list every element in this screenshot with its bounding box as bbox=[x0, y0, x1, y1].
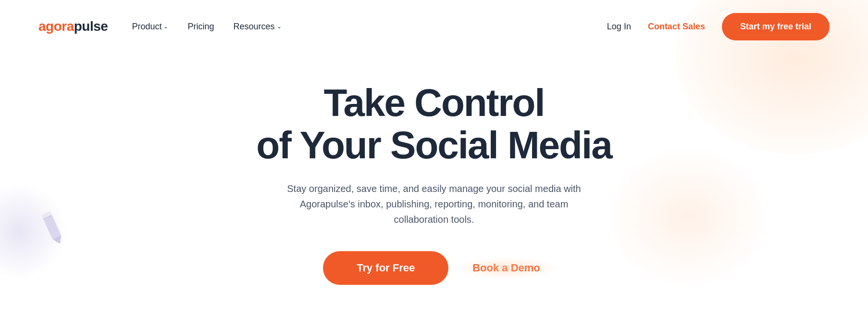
nav-links: Product ⌄ Pricing Resources ⌄ bbox=[132, 22, 281, 32]
nav-item-resources[interactable]: Resources ⌄ bbox=[233, 22, 281, 32]
logo[interactable]: agora pulse bbox=[38, 19, 108, 34]
nav-left: agora pulse Product ⌄ Pricing Resources … bbox=[38, 19, 282, 34]
nav-link-resources[interactable]: Resources ⌄ bbox=[233, 22, 281, 32]
nav-item-product[interactable]: Product ⌄ bbox=[132, 22, 168, 32]
nav-link-pricing[interactable]: Pricing bbox=[187, 22, 214, 32]
try-free-button[interactable]: Try for Free bbox=[323, 251, 448, 285]
book-demo-wrapper: Book a Demo bbox=[468, 262, 545, 274]
chevron-down-icon-resources: ⌄ bbox=[277, 23, 282, 30]
nav-right: Log In Contact Sales Start my free trial bbox=[607, 13, 830, 40]
logo-pulse: pulse bbox=[74, 19, 108, 34]
hero-subtitle: Stay organized, save time, and easily ma… bbox=[285, 181, 583, 227]
book-demo-button[interactable]: Book a Demo bbox=[468, 251, 545, 284]
hero-title: Take Control of Your Social Media bbox=[256, 82, 611, 166]
nav-item-pricing[interactable]: Pricing bbox=[187, 22, 214, 32]
hero-buttons: Try for Free Book a Demo bbox=[323, 251, 545, 285]
contact-sales-link[interactable]: Contact Sales bbox=[648, 22, 705, 32]
navbar: agora pulse Product ⌄ Pricing Resources … bbox=[0, 0, 868, 53]
nav-link-product[interactable]: Product ⌄ bbox=[132, 22, 168, 32]
hero-section: Take Control of Your Social Media Stay o… bbox=[0, 53, 868, 314]
start-trial-button[interactable]: Start my free trial bbox=[722, 13, 830, 40]
logo-agora: agora bbox=[38, 19, 74, 34]
chevron-down-icon: ⌄ bbox=[163, 23, 168, 30]
login-link[interactable]: Log In bbox=[607, 22, 631, 32]
